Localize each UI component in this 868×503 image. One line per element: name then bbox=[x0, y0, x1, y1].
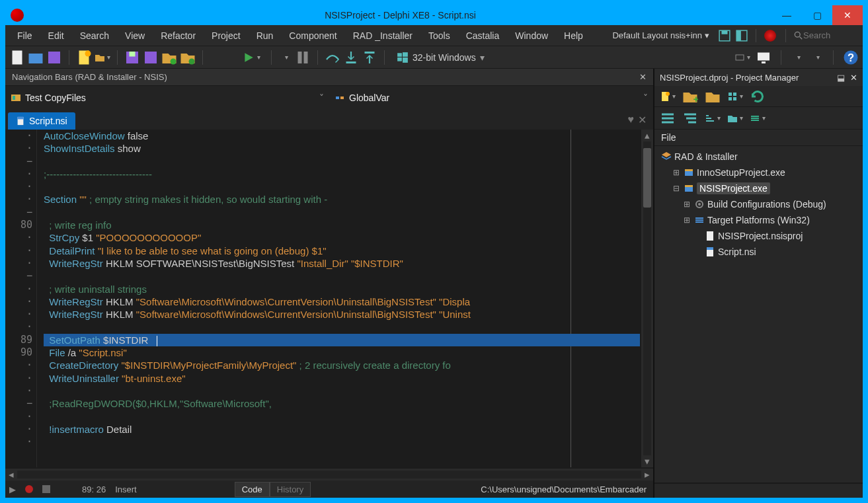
menu-component[interactable]: Component bbox=[282, 28, 343, 44]
scroll-down-button[interactable]: ▾ bbox=[641, 455, 653, 467]
pause-button[interactable] bbox=[295, 50, 311, 65]
open-button[interactable] bbox=[28, 50, 44, 65]
close-tab-button[interactable]: ✕ bbox=[638, 114, 647, 126]
nav-combos: Test CopyFiles ˅ GlobalVar ˅ bbox=[5, 86, 653, 110]
minimize-button[interactable]: — bbox=[771, 5, 802, 25]
pm-new-button[interactable] bbox=[660, 89, 676, 104]
open-project-button[interactable] bbox=[95, 50, 110, 65]
pm-remove-button[interactable] bbox=[705, 89, 721, 104]
title-bar[interactable]: NSISProject - Delphi XE8 - Script.nsi — … bbox=[5, 5, 863, 25]
run-nodebug-button[interactable]: ▾ bbox=[278, 50, 292, 65]
pm-expand-button[interactable] bbox=[660, 110, 676, 126]
close-panel-button[interactable]: ✕ bbox=[850, 73, 857, 83]
tree-item-build[interactable]: ⊞ Build Configurations (Debug) bbox=[660, 196, 857, 212]
code-editor[interactable]: · · − · · · − 80 · · · − · · · · 89 90 ·… bbox=[5, 130, 653, 481]
tree-item-target[interactable]: ⊞ Target Platforms (Win32) bbox=[660, 212, 857, 228]
layout-debug-icon[interactable] bbox=[736, 30, 748, 42]
menu-view[interactable]: View bbox=[118, 28, 151, 44]
tab-code[interactable]: Code bbox=[235, 482, 270, 497]
editor-vscroll[interactable]: ▴ ▾ bbox=[641, 130, 653, 467]
tree-root[interactable]: RAD & Installer bbox=[660, 149, 857, 165]
nav-bar-title: Navigation Bars (RAD & Installer - NSIS) bbox=[12, 72, 167, 82]
expand-icon[interactable]: ⊞ bbox=[682, 215, 691, 225]
remove-file-button[interactable] bbox=[180, 50, 196, 65]
menu-search[interactable]: Search bbox=[73, 28, 116, 44]
macro-record-button[interactable] bbox=[25, 485, 33, 493]
nav-close-button[interactable]: ✕ bbox=[639, 72, 647, 82]
help-button[interactable]: ? bbox=[843, 50, 859, 65]
tree-item-nsisproj[interactable]: NSISProject.nsisproj bbox=[660, 228, 857, 244]
expand-icon[interactable]: ⊞ bbox=[672, 168, 681, 177]
scroll-right-button[interactable]: ▸ bbox=[641, 469, 653, 481]
save-as-button[interactable] bbox=[143, 50, 159, 65]
menu-window[interactable]: Window bbox=[508, 28, 555, 44]
collapse-icon[interactable]: ⊟ bbox=[672, 184, 681, 193]
main-toolbar: ▾ ▾ 32-bit Windows ▾ ▾ ▾ ? bbox=[5, 46, 863, 69]
pm-sync-button[interactable] bbox=[750, 89, 766, 104]
svg-rect-19 bbox=[346, 61, 356, 63]
svg-rect-44 bbox=[662, 117, 674, 119]
pm-sort-button[interactable] bbox=[705, 110, 721, 126]
nav-combo-section[interactable]: Test CopyFiles ˅ bbox=[5, 93, 329, 103]
run-button[interactable]: ▾ bbox=[239, 50, 264, 65]
maximize-button[interactable]: ▢ bbox=[802, 5, 832, 25]
menu-edit[interactable]: Edit bbox=[42, 28, 71, 44]
monitor-button[interactable] bbox=[756, 50, 771, 65]
castalia-icon[interactable] bbox=[764, 30, 776, 42]
search-box[interactable] bbox=[791, 30, 857, 40]
pm-add-button[interactable]: + bbox=[682, 89, 698, 104]
scroll-left-button[interactable]: ◂ bbox=[5, 469, 17, 481]
pm-filter-button[interactable] bbox=[727, 110, 743, 126]
device-combo[interactable] bbox=[734, 50, 750, 65]
menu-rad-installer[interactable]: RAD _Installer bbox=[346, 28, 419, 44]
code-area[interactable]: AutoCloseWindow false ShowInstDetails sh… bbox=[44, 130, 640, 467]
pm-config-button[interactable] bbox=[750, 110, 766, 126]
menu-help[interactable]: Help bbox=[557, 28, 590, 44]
menu-refactor[interactable]: Refactor bbox=[154, 28, 202, 44]
group-icon bbox=[661, 151, 672, 162]
menu-run[interactable]: Run bbox=[250, 28, 280, 44]
save-button[interactable] bbox=[46, 50, 62, 65]
platform-combo[interactable]: 32-bit Windows ▾ bbox=[391, 52, 490, 63]
pin-button[interactable]: ⬓ bbox=[837, 73, 845, 83]
layout-combo[interactable]: Default Layout nsis+inn▾ bbox=[610, 30, 712, 40]
expand-icon[interactable]: ⊞ bbox=[682, 200, 691, 209]
add-file-button[interactable] bbox=[161, 50, 177, 65]
hscroll-track[interactable] bbox=[17, 471, 641, 479]
back-button[interactable]: ▾ bbox=[791, 50, 805, 65]
nav-combo-var[interactable]: GlobalVar ˅ bbox=[329, 93, 653, 103]
tab-history[interactable]: History bbox=[270, 482, 311, 497]
tree-item-nsis[interactable]: ⊟ NSISProject.exe bbox=[660, 180, 857, 196]
forward-button[interactable]: ▾ bbox=[810, 50, 824, 65]
menu-file[interactable]: File bbox=[11, 28, 39, 44]
step-into-button[interactable] bbox=[343, 50, 359, 65]
new-button[interactable] bbox=[9, 50, 25, 65]
tree-item-script[interactable]: Script.nsi bbox=[660, 244, 857, 260]
menu-tools[interactable]: Tools bbox=[422, 28, 457, 44]
svg-rect-1 bbox=[722, 30, 728, 34]
pm-collapse-button[interactable] bbox=[682, 110, 698, 126]
pin-tab-button[interactable]: ♥ bbox=[628, 114, 635, 126]
vscroll-track[interactable] bbox=[643, 141, 651, 455]
vscroll-thumb[interactable] bbox=[643, 148, 651, 208]
menu-project[interactable]: Project bbox=[205, 28, 247, 44]
menu-castalia[interactable]: Castalia bbox=[459, 28, 506, 44]
scroll-up-button[interactable]: ▴ bbox=[641, 130, 653, 141]
svg-rect-27 bbox=[762, 61, 766, 63]
step-out-button[interactable] bbox=[362, 50, 377, 65]
close-button[interactable]: ✕ bbox=[832, 5, 863, 25]
new-items-button[interactable] bbox=[76, 50, 92, 65]
macro-stop-button[interactable] bbox=[42, 485, 50, 493]
macro-play-button[interactable]: ▶ bbox=[9, 484, 16, 494]
step-over-button[interactable] bbox=[325, 50, 340, 65]
search-input[interactable] bbox=[803, 30, 849, 40]
save-layout-icon[interactable] bbox=[719, 30, 730, 42]
pm-bottom-tabs bbox=[654, 483, 863, 498]
save-all-button[interactable] bbox=[124, 50, 140, 65]
tree-item-inno[interactable]: ⊞ InnoSetupProject.exe bbox=[660, 165, 857, 180]
pm-views-button[interactable] bbox=[727, 89, 743, 104]
tree-item-inno-label: InnoSetupProject.exe bbox=[697, 167, 785, 178]
svg-rect-50 bbox=[706, 118, 711, 119]
editor-hscroll[interactable]: ◂ ▸ bbox=[5, 469, 653, 481]
file-tab-scriptnsi[interactable]: Script.nsi bbox=[8, 112, 75, 130]
